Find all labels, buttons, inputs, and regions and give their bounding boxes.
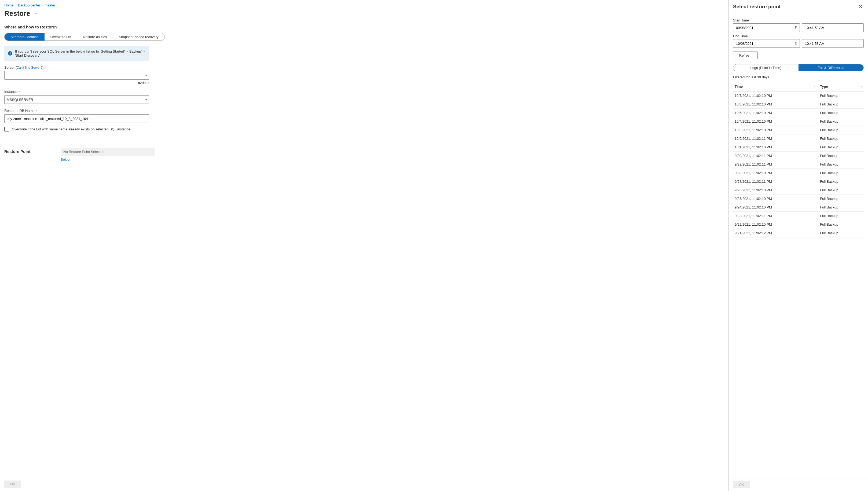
restore-point-row[interactable]: 9/26/2021, 11:02:10 PMFull Backup xyxy=(733,186,864,195)
dbname-label-text: Restored DB Name xyxy=(4,109,35,113)
row-time: 9/29/2021, 11:02:11 PM xyxy=(733,160,818,169)
col-type-label: Type xyxy=(820,85,828,89)
breadcrumb-home[interactable]: Home xyxy=(4,3,14,7)
restore-point-row[interactable]: 9/29/2021, 11:02:11 PMFull Backup xyxy=(733,160,864,169)
row-type: Full Backup xyxy=(818,117,864,126)
filter-note: Filtered for last 30 days xyxy=(733,75,864,79)
breadcrumb-backup-center[interactable]: Backup center xyxy=(18,3,40,7)
row-time: 10/3/2021, 11:02:10 PM xyxy=(733,126,818,135)
info-text: If you don't see your SQL Server in the … xyxy=(15,49,145,57)
restore-point-row[interactable]: 10/5/2021, 11:02:10 PMFull Backup xyxy=(733,109,864,117)
start-time-input[interactable] xyxy=(802,23,864,32)
restore-point-row[interactable]: 10/2/2021, 11:02:11 PMFull Backup xyxy=(733,135,864,143)
panel-ok-button[interactable]: OK xyxy=(733,481,750,488)
row-time: 9/24/2021, 11:02:10 PM xyxy=(733,203,818,212)
row-time: 9/27/2021, 11:02:11 PM xyxy=(733,177,818,186)
chevron-right-icon: › xyxy=(15,3,17,7)
row-time: 9/28/2021, 11:02:10 PM xyxy=(733,169,818,177)
row-type: Full Backup xyxy=(818,126,864,135)
row-time: 10/5/2021, 11:02:10 PM xyxy=(733,109,818,117)
restore-point-row[interactable]: 10/4/2021, 11:02:10 PMFull Backup xyxy=(733,117,864,126)
restore-point-row[interactable]: 9/25/2021, 11:02:10 PMFull Backup xyxy=(733,195,864,203)
svg-point-2 xyxy=(10,52,10,53)
panel-title: Select restore point xyxy=(733,4,781,10)
dbname-label: Restored DB Name * xyxy=(4,109,149,113)
chevron-down-icon: ▾ xyxy=(145,98,147,101)
info-message: If you don't see your SQL Server in the … xyxy=(4,46,149,61)
server-label-text: Server ( xyxy=(4,65,17,69)
server-label-close: ) xyxy=(42,65,44,69)
refresh-button[interactable]: Refresh xyxy=(733,52,758,59)
row-type: Full Backup xyxy=(818,91,864,100)
restore-point-row[interactable]: 9/21/2021, 11:02:12 PMFull Backup xyxy=(733,229,864,237)
row-type: Full Backup xyxy=(818,177,864,186)
row-type: Full Backup xyxy=(818,212,864,220)
row-type: Full Backup xyxy=(818,143,864,152)
restore-point-row[interactable]: 10/1/2021, 11:02:10 PMFull Backup xyxy=(733,143,864,152)
row-type: Full Backup xyxy=(818,100,864,109)
restore-point-mode-tabs: Logs (Point in Time) Full & Differential xyxy=(733,64,864,71)
row-time: 9/22/2021, 11:02:10 PM xyxy=(733,220,818,229)
restore-point-row[interactable]: 9/22/2021, 11:02:10 PMFull Backup xyxy=(733,220,864,229)
select-restore-point-link[interactable]: Select xyxy=(61,157,70,162)
tab-snapshot-recovery[interactable]: Snapshot-based recovery xyxy=(113,33,165,40)
tab-alternate-location[interactable]: Alternate Location xyxy=(5,33,45,40)
restore-type-tabs: Alternate Location Overwrite DB Restore … xyxy=(4,33,165,41)
row-time: 9/26/2021, 11:02:10 PM xyxy=(733,186,818,195)
restore-point-row[interactable]: 9/24/2021, 11:02:10 PMFull Backup xyxy=(733,203,864,212)
instance-select[interactable]: MSSQLSERVER ▾ xyxy=(4,95,149,104)
row-type: Full Backup xyxy=(818,169,864,177)
instance-value: MSSQLSERVER xyxy=(7,98,33,102)
tab-logs-point-in-time[interactable]: Logs (Point in Time) xyxy=(733,64,799,71)
row-time: 10/1/2021, 11:02:10 PM xyxy=(733,143,818,152)
row-type: Full Backup xyxy=(818,229,864,237)
section-where-how: Where and how to Restore? xyxy=(4,25,724,29)
server-helper: azdrill1 xyxy=(4,81,149,85)
breadcrumb: Home › Backup center › master › xyxy=(4,3,724,7)
more-actions-icon[interactable]: ··· xyxy=(33,11,37,16)
restore-point-row[interactable]: 10/3/2021, 11:02:10 PMFull Backup xyxy=(733,126,864,135)
restore-point-label: Restore Point xyxy=(4,148,61,162)
row-type: Full Backup xyxy=(818,135,864,143)
chevron-right-icon: › xyxy=(57,3,58,7)
row-time: 9/25/2021, 11:02:10 PM xyxy=(733,195,818,203)
row-time: 9/30/2021, 11:02:11 PM xyxy=(733,152,818,160)
tab-overwrite-db[interactable]: Overwrite DB xyxy=(45,33,77,40)
restored-db-name-input[interactable] xyxy=(4,114,149,123)
server-select[interactable]: ▾ xyxy=(4,71,149,80)
svg-rect-1 xyxy=(10,53,10,55)
col-type-header[interactable]: Type ↑↓ xyxy=(818,82,864,91)
restore-point-row[interactable]: 9/30/2021, 11:02:11 PMFull Backup xyxy=(733,152,864,160)
start-date-input[interactable] xyxy=(733,23,800,32)
instance-label: Instance * xyxy=(4,90,149,94)
sort-icon: ↑↓ xyxy=(859,85,862,88)
col-time-header[interactable]: Time ↑↓ xyxy=(733,82,818,91)
row-time: 10/4/2021, 11:02:10 PM xyxy=(733,117,818,126)
restore-point-row[interactable]: 9/23/2021, 11:02:11 PMFull Backup xyxy=(733,212,864,220)
restore-point-row[interactable]: 9/27/2021, 11:02:11 PMFull Backup xyxy=(733,177,864,186)
restore-point-row[interactable]: 9/28/2021, 11:02:10 PMFull Backup xyxy=(733,169,864,177)
end-time-input[interactable] xyxy=(802,39,864,48)
row-type: Full Backup xyxy=(818,195,864,203)
restore-point-row[interactable]: 10/7/2021, 11:02:10 PMFull Backup xyxy=(733,91,864,100)
tab-full-differential[interactable]: Full & Differential xyxy=(799,64,864,71)
chevron-down-icon: ▾ xyxy=(145,74,147,77)
select-restore-point-panel: Select restore point ✕ Start Time 🗓 End … xyxy=(728,0,868,491)
cant-find-server-link[interactable]: Can't find Server? xyxy=(17,66,42,69)
row-time: 9/23/2021, 11:02:11 PM xyxy=(733,212,818,220)
tab-restore-as-files[interactable]: Restore as files xyxy=(77,33,113,40)
row-type: Full Backup xyxy=(818,109,864,117)
breadcrumb-master[interactable]: master xyxy=(45,3,55,7)
row-type: Full Backup xyxy=(818,152,864,160)
restore-point-row[interactable]: 10/6/2021, 11:02:10 PMFull Backup xyxy=(733,100,864,109)
close-icon[interactable]: ✕ xyxy=(858,3,864,11)
main-footer: OK xyxy=(0,477,728,491)
restore-points-table: Time ↑↓ Type ↑↓ 10/7/2021, 11:02:10 PMFu… xyxy=(733,82,864,237)
page-title: Restore xyxy=(4,9,30,18)
overwrite-checkbox[interactable] xyxy=(4,127,9,132)
row-type: Full Backup xyxy=(818,220,864,229)
overwrite-label: Overwrite if the DB with same name alrea… xyxy=(12,127,131,131)
chevron-right-icon: › xyxy=(42,3,43,7)
ok-button[interactable]: OK xyxy=(4,481,21,488)
end-date-input[interactable] xyxy=(733,39,800,48)
